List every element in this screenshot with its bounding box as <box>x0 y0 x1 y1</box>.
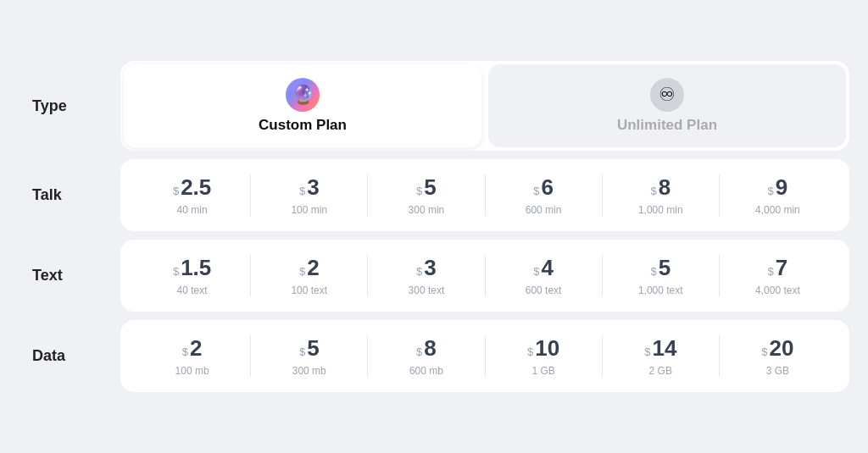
price-unit: 600 mb <box>409 365 443 377</box>
price-item[interactable]: $ 4 600 text <box>485 255 602 296</box>
price-value: 6 <box>541 174 553 201</box>
price-item[interactable]: $ 7 4,000 text <box>719 255 836 296</box>
custom-plan-label: Custom Plan <box>259 117 347 134</box>
price-main: $ 5 <box>650 255 670 281</box>
price-dollar-sign: $ <box>644 345 650 358</box>
price-value: 8 <box>659 174 670 201</box>
type-label: Type <box>19 61 120 151</box>
price-unit: 1 GB <box>531 365 554 377</box>
price-unit: 100 min <box>291 204 327 216</box>
text-content: $ 1.5 40 text $ 2 100 text $ 3 300 text … <box>120 240 849 312</box>
price-main: $ 7 <box>768 255 788 281</box>
price-item[interactable]: $ 2 100 mb <box>134 335 250 377</box>
price-unit: 600 min <box>526 204 562 216</box>
data-row: Data $ 2 100 mb $ 5 300 mb $ 8 600 mb <box>19 320 849 392</box>
text-row: Text $ 1.5 40 text $ 2 100 text $ 3 30 <box>19 240 849 312</box>
price-main: $ 2 <box>182 335 203 362</box>
price-main: $ 1.5 <box>173 255 211 281</box>
price-unit: 3 GB <box>766 365 789 377</box>
price-main: $ 4 <box>533 255 554 281</box>
price-value: 4 <box>541 255 553 281</box>
unlimited-plan-option[interactable]: ♾ Unlimited Plan <box>488 64 846 147</box>
price-main: $ 8 <box>416 335 437 362</box>
price-unit: 40 min <box>177 204 208 216</box>
talk-content: $ 2.5 40 min $ 3 100 min $ 5 300 min $ <box>120 159 849 231</box>
price-main: $ 6 <box>533 174 554 201</box>
price-item[interactable]: $ 5 300 min <box>367 174 484 216</box>
price-value: 2 <box>307 255 319 281</box>
price-item[interactable]: $ 5 1,000 text <box>602 255 719 296</box>
price-unit: 1,000 min <box>638 204 683 216</box>
price-main: $ 8 <box>650 174 670 201</box>
price-dollar-sign: $ <box>533 185 539 197</box>
price-value: 20 <box>770 335 794 362</box>
price-value: 10 <box>535 335 559 362</box>
price-main: $ 3 <box>416 255 437 281</box>
price-unit: 300 text <box>409 285 445 296</box>
price-main: $ 14 <box>644 335 676 362</box>
price-dollar-sign: $ <box>768 185 774 197</box>
price-main: $ 9 <box>768 174 788 201</box>
price-value: 9 <box>776 174 787 201</box>
price-dollar-sign: $ <box>173 265 179 278</box>
price-item[interactable]: $ 8 1,000 min <box>602 174 719 216</box>
price-dollar-sign: $ <box>416 345 422 358</box>
custom-plan-option[interactable]: 🔮 Custom Plan <box>124 64 481 147</box>
price-value: 3 <box>307 174 319 201</box>
price-dollar-sign: $ <box>650 185 656 197</box>
price-dollar-sign: $ <box>299 265 305 278</box>
price-item[interactable]: $ 1.5 40 text <box>134 255 250 296</box>
price-unit: 100 mb <box>175 365 209 377</box>
price-unit: 1,000 text <box>638 285 683 296</box>
price-dollar-sign: $ <box>761 345 767 358</box>
text-label: Text <box>19 240 120 312</box>
price-item[interactable]: $ 20 3 GB <box>719 335 836 377</box>
price-main: $ 3 <box>299 174 320 201</box>
price-unit: 300 min <box>409 204 445 216</box>
data-content: $ 2 100 mb $ 5 300 mb $ 8 600 mb $ <box>120 320 849 392</box>
type-row: Type 🔮 Custom Plan ♾ Unlimited Plan <box>19 61 849 151</box>
price-item[interactable]: $ 10 1 GB <box>485 335 602 377</box>
talk-row: Talk $ 2.5 40 min $ 3 100 min $ 5 300 <box>19 159 849 231</box>
price-item[interactable]: $ 14 2 GB <box>602 335 719 377</box>
price-item[interactable]: $ 8 600 mb <box>367 335 484 377</box>
price-unit: 4,000 min <box>755 204 800 216</box>
price-item[interactable]: $ 6 600 min <box>485 174 602 216</box>
price-dollar-sign: $ <box>768 265 774 278</box>
unlimited-plan-label: Unlimited Plan <box>617 117 717 134</box>
price-dollar-sign: $ <box>182 345 188 358</box>
price-dollar-sign: $ <box>650 265 656 278</box>
price-dollar-sign: $ <box>527 345 533 358</box>
price-value: 5 <box>424 174 436 201</box>
price-value: 1.5 <box>181 255 211 281</box>
price-item[interactable]: $ 3 300 text <box>367 255 484 296</box>
price-item[interactable]: $ 2.5 40 min <box>134 174 250 216</box>
price-item[interactable]: $ 5 300 mb <box>250 335 367 377</box>
data-label: Data <box>19 320 120 392</box>
price-main: $ 20 <box>761 335 793 362</box>
price-unit: 300 mb <box>292 365 326 377</box>
price-item[interactable]: $ 9 4,000 min <box>719 174 836 216</box>
price-value: 8 <box>424 335 436 362</box>
price-item[interactable]: $ 2 100 text <box>250 255 367 296</box>
price-dollar-sign: $ <box>299 345 305 358</box>
price-item[interactable]: $ 3 100 min <box>250 174 367 216</box>
custom-plan-icon: 🔮 <box>286 78 320 112</box>
price-main: $ 2 <box>299 255 320 281</box>
price-unit: 40 text <box>177 285 208 296</box>
price-unit: 100 text <box>291 285 327 296</box>
price-unit: 4,000 text <box>755 285 800 296</box>
price-main: $ 10 <box>527 335 559 362</box>
pricing-table: Type 🔮 Custom Plan ♾ Unlimited Plan Talk… <box>19 61 849 392</box>
price-value: 5 <box>659 255 670 281</box>
unlimited-plan-icon: ♾ <box>650 78 684 112</box>
price-dollar-sign: $ <box>416 265 422 278</box>
price-value: 3 <box>424 255 436 281</box>
price-main: $ 2.5 <box>173 174 211 201</box>
price-value: 2.5 <box>181 174 211 201</box>
price-value: 5 <box>307 335 319 362</box>
type-content: 🔮 Custom Plan ♾ Unlimited Plan <box>120 61 849 151</box>
price-dollar-sign: $ <box>416 185 422 197</box>
price-value: 14 <box>652 335 676 362</box>
price-unit: 600 text <box>526 285 562 296</box>
